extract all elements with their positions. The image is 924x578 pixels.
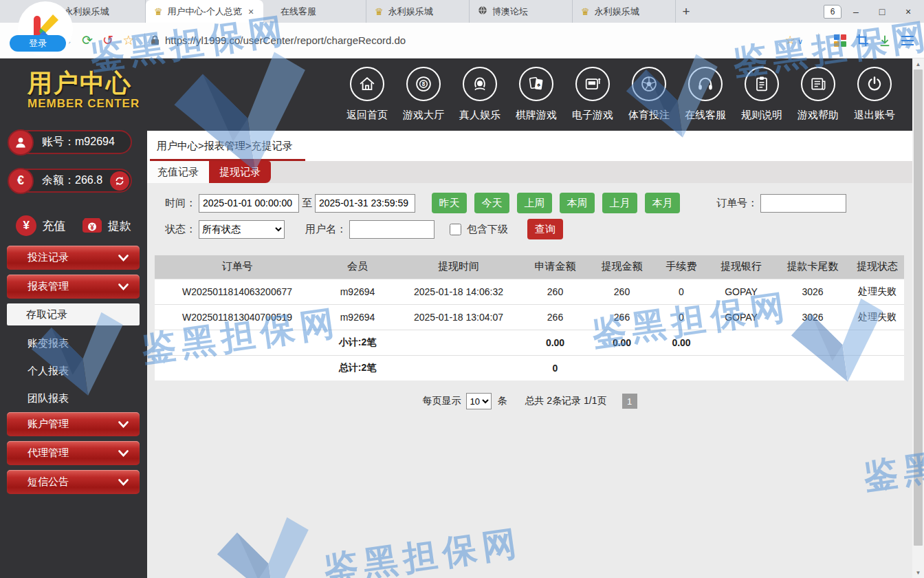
quick-range-button-2[interactable]: 上周 [517, 193, 552, 213]
member-center-logo: 用户中心 [28, 67, 132, 100]
table-body: W2025011814063200677m926942025-01-18 14:… [155, 279, 904, 381]
nav-item-help[interactable]: 游戏帮助 [798, 67, 838, 122]
bookmark-star-icon[interactable]: ☆ [118, 32, 139, 48]
browser-tab-1[interactable]: ♛用户中心-个人总览× [146, 0, 263, 23]
nav-item-rules[interactable]: 规则说明 [742, 67, 782, 122]
maximize-button[interactable]: □ [870, 3, 894, 21]
new-tab-button[interactable]: + [676, 0, 696, 23]
nav-item-sports[interactable]: 体育投注 [629, 67, 669, 122]
time-from-input[interactable] [199, 194, 299, 213]
column-header: 提现时间 [395, 255, 522, 279]
hall-icon: 8 [406, 67, 441, 101]
scrollbar-thumb[interactable] [914, 69, 923, 546]
table-cell: GOPAY [707, 304, 775, 330]
quick-range-button-3[interactable]: 本周 [560, 193, 595, 213]
close-button[interactable]: × [896, 3, 920, 21]
balance-refresh-icon[interactable] [110, 171, 129, 191]
menu-hamburger-icon[interactable] [901, 35, 914, 46]
undo-icon[interactable]: ↺ [98, 32, 118, 48]
download-icon[interactable] [879, 34, 891, 47]
sidebar-item-personal-report[interactable]: 个人报表 [7, 357, 140, 385]
column-header: 提现银行 [707, 255, 775, 279]
nav-item-label: 游戏大厅 [403, 109, 444, 122]
minimize-button[interactable]: – [844, 3, 868, 21]
apps-grid-icon[interactable] [834, 34, 846, 47]
tab-count-badge[interactable]: 6 [824, 5, 842, 19]
nav-item-service[interactable]: 在线客服 [685, 67, 725, 122]
include-sub-checkbox[interactable] [450, 224, 461, 235]
tab-close-icon[interactable]: × [247, 6, 255, 17]
yen-coin-icon: ¥ [16, 215, 36, 236]
member-center-logo-en: MEMBER CENTER [28, 97, 140, 111]
sidebar-item-sms-notice[interactable]: 短信公告 [7, 470, 140, 494]
lock-icon [151, 35, 160, 45]
nav-item-home[interactable]: 返回首页 [347, 67, 387, 122]
deposit-button[interactable]: ¥ 充值 [16, 215, 65, 236]
browser-tab-4[interactable]: 博澳论坛 [470, 0, 573, 23]
divider [144, 33, 145, 48]
scroll-up-icon[interactable]: ▲ [912, 58, 924, 69]
sidebar-item-bet-records[interactable]: 投注记录 [7, 246, 140, 270]
browser-tab-3[interactable]: ♛永利娱乐城 [366, 0, 470, 23]
column-header: 提款卡尾数 [775, 255, 850, 279]
withdraw-button[interactable]: ¥ 提款 [82, 215, 131, 236]
username-input[interactable] [349, 220, 434, 239]
page-number-button[interactable]: 1 [622, 394, 637, 409]
nav-item-slots[interactable]: 电子游戏 [573, 67, 613, 122]
withdraw-label: 提款 [108, 218, 131, 234]
browser-tab-5[interactable]: ♛永利娱乐城 [573, 0, 676, 23]
nav-item-hall[interactable]: 8游戏大厅 [404, 67, 443, 122]
table-cell: 2025-01-18 14:06:32 [395, 279, 522, 304]
sidebar-item-report-manage[interactable]: 报表管理 [7, 275, 140, 299]
sidebar-item-account-manage[interactable]: 账户管理 [7, 412, 140, 436]
tab-title: 永利娱乐城 [65, 6, 137, 18]
menu-label: 短信公告 [28, 475, 69, 489]
sidebar-item-agent-manage[interactable]: 代理管理 [7, 441, 140, 465]
nav-item-label: 体育投注 [628, 109, 670, 122]
nav-item-logout[interactable]: 退出账号 [855, 67, 894, 122]
table-cell [155, 330, 320, 355]
page-scrollbar[interactable]: ▲ ▼ [912, 58, 924, 578]
quick-range-button-1[interactable]: 今天 [474, 193, 509, 213]
order-number-input[interactable] [760, 194, 846, 213]
nav-item-live[interactable]: 真人娱乐 [460, 67, 500, 122]
sidebar-menu: 投注记录报表管理存取记录账变报表个人报表团队报表账户管理代理管理短信公告 [7, 246, 140, 499]
quick-range-button-5[interactable]: 本月 [645, 193, 680, 213]
crown-favicon: ♛ [154, 7, 163, 17]
browser-login-button[interactable]: 登录 [10, 35, 66, 52]
per-page-unit: 条 [497, 395, 507, 407]
quick-range-button-4[interactable]: 上月 [602, 193, 637, 213]
favorite-star-icon[interactable]: ☆ ∨ [785, 33, 803, 47]
table-cell [707, 330, 775, 355]
subtotal-row: 小计:2笔0.000.000.00 [155, 330, 904, 355]
rules-icon [745, 67, 779, 101]
table-cell: 0 [655, 304, 707, 330]
sidebar-item-account-change[interactable]: 账变报表 [7, 330, 140, 357]
table-cell: 2025-01-18 13:04:07 [395, 304, 522, 330]
refresh-icon[interactable]: ⟳ [77, 32, 98, 48]
balance-pill: € 余额：266.8 [8, 169, 132, 193]
balance-amount: 余额：266.8 [42, 173, 102, 188]
globe-favicon [478, 6, 487, 17]
quick-range-button-0[interactable]: 昨天 [432, 193, 467, 213]
tab-withdraw-records[interactable]: 提现记录 [209, 161, 271, 183]
status-select[interactable]: 所有状态 [199, 220, 285, 239]
scroll-down-icon[interactable]: ▼ [912, 567, 924, 578]
status-label: 状态： [165, 223, 196, 236]
sidebar-item-deposit-records[interactable]: 存取记录 [7, 303, 140, 325]
browser-tab-2[interactable]: 在线客服 [263, 0, 366, 23]
table-cell: 3026 [775, 304, 850, 330]
table-cell: 260 [588, 279, 655, 304]
nav-item-cards[interactable]: ♠棋牌游戏 [516, 67, 556, 122]
column-header: 会员 [320, 255, 395, 279]
per-page-select[interactable]: 10 [466, 393, 492, 409]
address-bar[interactable]: https://yl1999.co/userCenter/report/char… [151, 34, 785, 46]
tab-recharge-records[interactable]: 充值记录 [147, 161, 209, 183]
sidebar-item-team-report[interactable]: 团队报表 [7, 385, 140, 412]
breadcrumb: 用户中心>报表管理>充提记录 [157, 140, 293, 153]
screenshot-crop-icon[interactable] [856, 34, 869, 47]
browser-chrome: 登录 ♛永利娱乐城♛用户中心-个人总览×在线客服♛永利娱乐城博澳论坛♛永利娱乐城… [0, 0, 924, 58]
table-cell: 0.00 [522, 330, 588, 355]
search-button[interactable]: 查询 [527, 219, 563, 239]
time-to-input[interactable] [315, 194, 415, 213]
